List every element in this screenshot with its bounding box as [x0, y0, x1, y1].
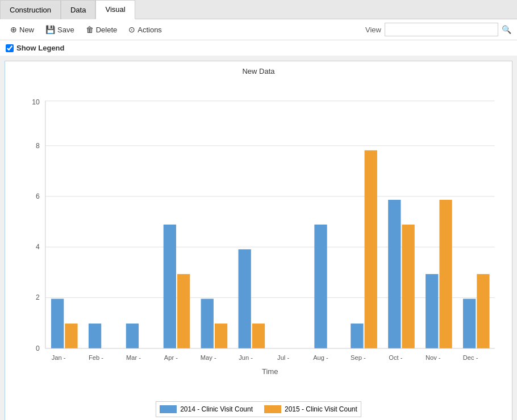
- svg-text:2: 2: [36, 293, 40, 301]
- save-icon: 💾: [45, 25, 55, 34]
- chart-title: New Data: [11, 67, 506, 75]
- svg-text:6: 6: [36, 192, 40, 200]
- bar-sep-2015: [365, 150, 377, 348]
- bar-jun-2014: [239, 249, 251, 348]
- tab-bar: Construction Data Visual: [0, 0, 517, 19]
- view-area: View 🔍: [365, 23, 511, 36]
- tab-data[interactable]: Data: [61, 0, 95, 19]
- bar-dec-2014: [463, 299, 476, 348]
- legend-item-2014: 2014 - Clinic Visit Count: [160, 405, 253, 413]
- chart-svg: 0 2 4 6 8 10 Jan - Feb: [11, 80, 506, 398]
- bar-aug-2014: [314, 225, 327, 348]
- bar-jan-2015: [65, 324, 77, 348]
- new-button[interactable]: ⊕ New: [6, 23, 39, 36]
- bar-jan-2014: [51, 299, 64, 348]
- legend-item-2015: 2015 - Clinic Visit Count: [264, 405, 357, 413]
- toolbar: ⊕ New 💾 Save 🗑 Delete ⊙ Actions View 🔍: [0, 19, 517, 40]
- legend-bar: Show Legend: [0, 40, 517, 56]
- svg-text:4: 4: [36, 243, 40, 251]
- save-button[interactable]: 💾 Save: [41, 23, 79, 36]
- svg-text:May -: May -: [201, 354, 216, 361]
- svg-text:Feb -: Feb -: [89, 354, 103, 361]
- svg-text:Aug -: Aug -: [313, 354, 328, 361]
- actions-button[interactable]: ⊙ Actions: [124, 23, 166, 36]
- bar-jun-2015: [252, 324, 265, 348]
- bar-feb-2014: [89, 324, 101, 348]
- chart-area: 0 2 4 6 8 10 Jan - Feb: [11, 80, 506, 398]
- bar-sep-2014: [351, 324, 363, 348]
- bar-may-2014: [201, 299, 214, 348]
- chart-legend: 2014 - Clinic Visit Count 2015 - Clinic …: [156, 401, 361, 417]
- bar-nov-2015: [439, 200, 452, 348]
- bar-apr-2014: [164, 225, 176, 348]
- svg-text:Jun -: Jun -: [239, 354, 253, 361]
- svg-text:Dec -: Dec -: [463, 354, 478, 361]
- legend-color-2014: [160, 405, 177, 413]
- svg-text:Jan -: Jan -: [52, 354, 66, 361]
- svg-text:Jul -: Jul -: [277, 354, 289, 361]
- svg-text:10: 10: [32, 98, 40, 106]
- actions-label: Actions: [137, 26, 162, 34]
- save-label: Save: [57, 26, 74, 34]
- svg-text:Oct -: Oct -: [389, 354, 402, 361]
- tab-visual[interactable]: Visual: [95, 0, 135, 19]
- view-label: View: [365, 26, 381, 34]
- svg-text:Apr -: Apr -: [164, 354, 178, 361]
- plus-icon: ⊕: [10, 25, 17, 34]
- new-label: New: [19, 26, 34, 34]
- svg-text:8: 8: [36, 142, 40, 150]
- bar-oct-2014: [388, 200, 401, 348]
- bar-oct-2015: [402, 225, 414, 348]
- svg-text:Time: Time: [262, 367, 278, 376]
- search-button[interactable]: 🔍: [502, 25, 511, 34]
- legend-label-2014: 2014 - Clinic Visit Count: [180, 405, 253, 413]
- actions-icon: ⊙: [128, 25, 135, 34]
- svg-text:Mar -: Mar -: [126, 354, 141, 361]
- bar-may-2015: [215, 324, 227, 348]
- legend-color-2015: [264, 405, 281, 413]
- bar-mar-2014: [126, 324, 139, 348]
- chart-container: New Data 0 2 4 6 8 10: [5, 61, 512, 420]
- trash-icon: 🗑: [86, 25, 94, 34]
- delete-label: Delete: [96, 26, 118, 34]
- view-input[interactable]: [385, 23, 498, 36]
- svg-text:0: 0: [36, 345, 40, 352]
- svg-text:Nov -: Nov -: [426, 354, 441, 361]
- show-legend-label: Show Legend: [16, 44, 65, 52]
- bar-apr-2015: [177, 274, 190, 348]
- legend-label-2015: 2015 - Clinic Visit Count: [285, 405, 357, 413]
- bar-nov-2014: [426, 274, 438, 348]
- svg-text:Sep -: Sep -: [351, 354, 366, 361]
- tab-construction[interactable]: Construction: [0, 0, 61, 19]
- bar-dec-2015: [477, 274, 489, 348]
- show-legend-checkbox[interactable]: [6, 44, 14, 52]
- delete-button[interactable]: 🗑 Delete: [81, 23, 122, 36]
